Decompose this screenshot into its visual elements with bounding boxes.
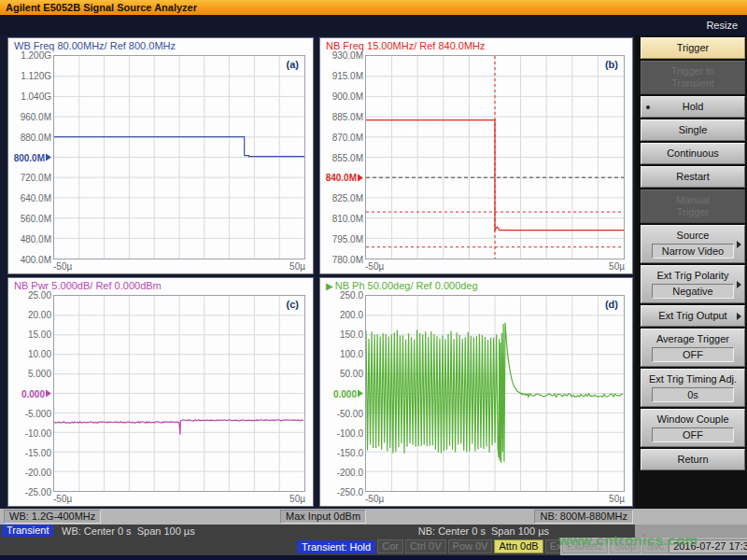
plot-area: (c) [53,295,305,492]
sidebar-button-continuous[interactable]: Continuous [641,143,745,164]
y-tick-label: 400.0M [21,255,51,265]
x-axis-labels: -50µ50µ [365,261,625,273]
y-tick-label: -250.0 [337,487,363,497]
x-tick-label: -50µ [365,494,384,505]
sidebar-button-ext-trig-timing-adj[interactable]: Ext Trig Timing Adj.0s [641,369,745,407]
sidebar-button-label: Source [643,230,742,242]
y-tick-label: -15.00 [25,447,51,457]
y-tick-label: -20.00 [25,467,51,477]
status-segment-stop: Stop [610,539,641,553]
active-trace-arrow-icon: ▶ [326,281,333,291]
y-tick-label: 915.0M [332,70,363,80]
app-window: Agilent E5052B Signal Source Analyzer Re… [0,0,747,560]
y-tick-label: 885.0M [332,111,363,121]
status-segments-light: ExtRef2StopSvc [560,539,669,553]
y-ref-tick-label: 0.000 [21,388,51,399]
sidebar-button-label: Single [643,124,742,136]
panel-letter-label: (b) [605,59,618,70]
y-tick-label: 200.0 [340,310,363,320]
y-tick-label: 870.0M [332,132,363,142]
sidebar-button-restart[interactable]: Restart [641,166,745,188]
status-row-span-left: Transient WB: Center 0 s Span 100 µs NB:… [0,525,635,538]
panel-letter-label: (a) [287,59,299,70]
ref-marker-icon [358,390,363,398]
y-tick-label: 560.0M [21,214,51,224]
sidebar-button-return[interactable]: Return [641,449,745,470]
y-tick-label: 15.00 [28,329,51,340]
status-bar: Transient: Hold CorCtrl 0VPow 0VAttn 0dB… [0,538,747,555]
panel-letter-label: (c) [287,299,299,310]
status-row-span-right [635,525,747,538]
transient-hold-badge: Transient: Hold [297,540,375,553]
status-segments-dark: CorCtrl 0VPow 0VAttn 0dBExtRef1 [375,539,591,553]
sidebar-button-single[interactable]: Single [641,119,745,141]
sidebar-button-manual-trigger: Manual Trigger [641,189,745,223]
sidebar-value-ext-trig-polarity: Negative [652,284,734,299]
y-tick-label: 880.0M [21,132,51,142]
sidebar-value-window-couple: OFF [652,427,734,442]
active-bullet-icon [646,105,650,109]
y-tick-label: 795.0M [332,234,363,245]
y-tick-label: 100.0 [340,349,363,359]
x-tick-label: -50µ [53,261,72,273]
y-ref-tick-label: 800.0M [14,152,51,162]
sidebar-button-label: Ext Trig Polarity [643,270,742,282]
sidebar-button-hold[interactable]: Hold [641,96,745,118]
plot-area: (a) [53,55,305,259]
sidebar-button-ext-trig-polarity[interactable]: Ext Trig PolarityNegative [641,265,745,303]
y-tick-label: 1.120G [21,70,51,80]
chart-panel-a: WB Freq 80.00MHz/ Ref 800.0MHz1.200G1.12… [7,37,314,274]
sidebar-value-average-trigger: OFF [652,347,734,362]
max-input-label: Max Input 0dBm [280,510,366,524]
y-tick-label: 780.0M [332,255,363,265]
ref-marker-icon [46,390,51,398]
y-tick-label: -200.0 [337,467,363,477]
y-tick-label: 810.0M [332,214,363,224]
y-tick-label: 900.0M [332,91,363,101]
sidebar-button-label: Trigger [643,42,742,54]
sidebar-button-trigger[interactable]: Trigger [641,37,745,59]
y-tick-label: -50.00 [337,408,363,418]
sidebar-button-label: Continuous [643,147,742,160]
sidebar-button-average-trigger[interactable]: Average TriggerOFF [641,329,745,367]
chart-area: WB Freq 80.00MHz/ Ref 800.0MHz1.200G1.12… [0,35,635,509]
y-axis-labels: 250.0200.0150.0100.050.000.000-50.00-100… [320,295,364,492]
sidebar-button-label: Ext Trig Output [643,310,742,322]
x-tick-label: 50µ [609,261,625,273]
submenu-arrow-icon [737,313,741,320]
plot-area: (b) [365,55,625,259]
y-tick-label: 20.00 [28,310,51,320]
sidebar-button-label: Trigger to Transient [643,65,742,90]
x-tick-label: 50µ [289,494,305,505]
x-axis-labels: -50µ50µ [53,261,305,273]
y-axis-labels: 25.0020.0015.0010.005.0000.000-5.000-10.… [8,295,52,492]
top-band: Resize [0,15,747,35]
mode-badge: Transient [2,525,53,537]
y-tick-label: 1.200G [21,50,51,61]
y-tick-label: 10.00 [28,349,51,359]
y-tick-label: -100.0 [337,427,363,438]
sidebar-value-ext-trig-timing-adj: 0s [652,387,734,402]
y-tick-label: 25.00 [28,290,51,301]
status-row-ranges: WB: 1.2G-400MHz Max Input 0dBm NB: 800M-… [0,509,747,525]
sidebar-button-label: Average Trigger [643,333,742,345]
chart-panel-b: NB Freq 15.00MHz/ Ref 840.0MHz930.0M915.… [319,37,633,274]
sidebar-button-ext-trig-output[interactable]: Ext Trig Output [641,305,745,327]
sidebar-button-source[interactable]: SourceNarrow Video [641,225,745,263]
x-tick-label: 50µ [609,494,625,505]
status-row-span: Transient WB: Center 0 s Span 100 µs NB:… [0,525,747,538]
resize-button[interactable]: Resize [706,20,738,31]
y-tick-label: 50.00 [340,369,363,379]
x-tick-label: -50µ [53,494,72,505]
y-tick-label: 150.0 [340,329,363,340]
x-axis-labels: -50µ50µ [53,494,305,505]
y-tick-label: 930.0M [332,50,363,61]
sidebar-button-label: Ext Trig Timing Adj. [643,373,742,385]
bottom-strip [0,555,747,560]
sidebar-button-label: Window Couple [643,413,742,426]
y-axis-labels: 1.200G1.120G1.040G960.0M880.0M800.0M720.… [8,55,52,259]
ref-marker-icon [46,154,51,161]
x-tick-label: -50µ [365,261,384,273]
y-axis-labels: 930.0M915.0M900.0M885.0M870.0M855.0M840.… [320,55,364,259]
sidebar-button-window-couple[interactable]: Window CoupleOFF [641,409,745,447]
